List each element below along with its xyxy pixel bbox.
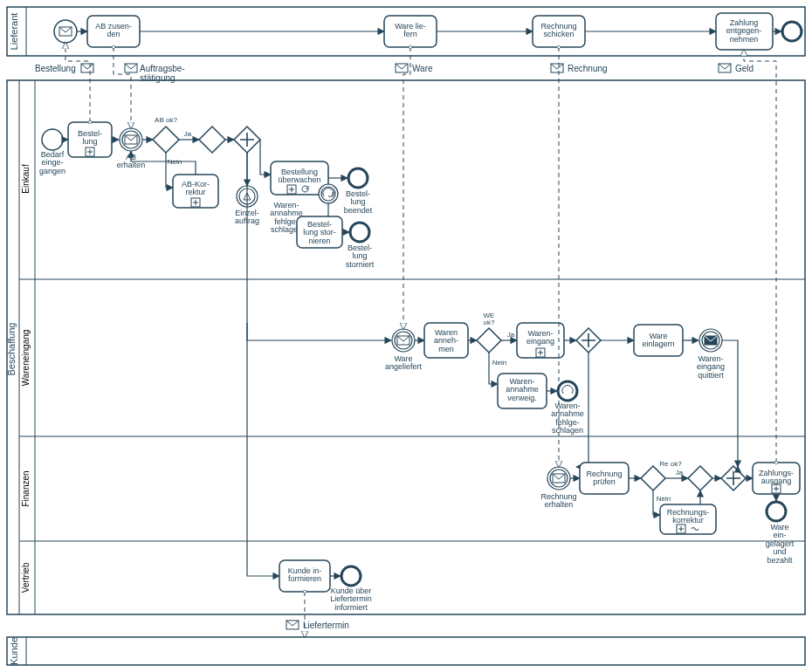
task-ab-korrektur-label: AB-Kor-rektur (182, 180, 210, 196)
event-wareneingang-quittiert[interactable] (699, 329, 722, 352)
svg-rect-48 (7, 637, 805, 665)
msgflow-bestellung (65, 43, 90, 122)
task-waren-eingang[interactable]: Waren-eingang (517, 323, 564, 358)
event-bedarf-eingegangen-label: Bedarfeinge-gangen (39, 150, 65, 175)
event-rechnung-erhalten[interactable] (547, 467, 570, 490)
task-zahlungsausgang-label: Zahlungs-ausgang (759, 469, 794, 485)
svg-point-41 (558, 381, 577, 401)
label-nein2: Nein (492, 359, 506, 367)
gateway-we-ok-label: WEok? (484, 312, 495, 326)
gateway-re-ok-label: Re ok? (659, 460, 682, 468)
gateway-we-ok[interactable] (477, 328, 501, 353)
task-bestellung-stornieren[interactable]: Bestel-lung stor-nieren (297, 216, 342, 248)
task-ab-korrektur[interactable]: AB-Kor-rektur (173, 175, 218, 208)
task-warenannahme-verweig-label: Waren-annahmeverweig. (506, 377, 539, 402)
label-nein3: Nein (657, 495, 671, 503)
svg-point-30 (321, 187, 335, 201)
envelope-icon (719, 64, 731, 72)
task-waren-annehmen[interactable]: Warenanneh-men (424, 323, 468, 358)
event-lieferant-end[interactable] (782, 22, 802, 41)
event-end-finanzen-label: Wareein-gelagertundbezahlt (766, 523, 795, 565)
task-zahlung-entgegennehmen[interactable]: Zahlungentgegen-nehmen (716, 13, 773, 50)
svg-point-6 (54, 20, 77, 43)
event-warenannahme-fehlgeschlagen2[interactable] (558, 381, 577, 401)
gateway-merge-1[interactable] (199, 127, 225, 153)
event-kunde-informiert-label: Kunde überLiefertermininformiert (330, 586, 372, 612)
label-ja2: Ja (507, 331, 515, 339)
lieferant-lane-content: AB zusen-den Ware lie-fern Rechnungschic… (54, 13, 802, 50)
msg-ware: Ware (412, 64, 433, 73)
pool-beschaffung-label: Beschaffung (6, 323, 17, 376)
task-bestellung-ueberwachen-label: Bestellungüberwachen (278, 168, 320, 184)
task-rechnung-pruefen[interactable]: Rechnungprüfen (580, 463, 629, 494)
task-kunde-informieren[interactable]: Kunde in-formieren (279, 560, 330, 592)
event-bestellung-beendet[interactable] (348, 168, 368, 188)
boundary-event-escalation[interactable] (319, 184, 338, 203)
event-end-finanzen[interactable] (767, 502, 786, 521)
svg-point-31 (348, 168, 368, 188)
lane-wareneingang-label: Wareneingang (21, 330, 31, 387)
event-bestellung-storniert[interactable] (350, 223, 369, 242)
pool-kunde: Kunde (7, 637, 805, 665)
msg-liefertermin: Liefertermin (303, 621, 349, 630)
lane-vertrieb-label: Vertrieb (21, 562, 31, 593)
gateway-parallel-split[interactable] (234, 127, 260, 153)
event-rechnung-erhalten-label: Rechnungerhalten (540, 492, 576, 509)
gateway-parallel-final[interactable] (721, 466, 746, 490)
svg-text:Zahlungentgegen-nehmen: Zahlungentgegen-nehmen (726, 18, 762, 44)
svg-text:Rechnungschicken: Rechnungschicken (540, 22, 576, 38)
msg-bestellung: Bestellung (35, 64, 76, 73)
task-rechnungskorrektur[interactable]: Rechnungs-korrektur (660, 504, 716, 534)
envelope-icon (125, 64, 137, 72)
task-zahlung-entgegennehmen-label: Zahlungentgegen-nehmen (726, 18, 762, 44)
msg-geld: Geld (735, 64, 754, 73)
task-rechnung-schicken[interactable]: Rechnungschicken (533, 16, 585, 47)
task-rechnungskorrektur-label: Rechnungs-korrektur (667, 508, 710, 525)
event-warenannahme-fehl-label: Waren-annahmefehlge-schlagen (551, 401, 584, 435)
lane-einkauf-label: Einkauf (21, 164, 31, 194)
event-ab-erhalten[interactable] (120, 128, 142, 151)
gateway-parallel-join[interactable] (576, 328, 601, 353)
task-rechnung-schicken-label: Rechnungschicken (540, 22, 576, 38)
task-ware-einlagern[interactable]: Wareeinlagern (634, 325, 683, 356)
task-waren-eingang-label: Waren-eingang (526, 329, 554, 346)
task-warenannahme-verweig[interactable]: Waren-annahmeverweig. (498, 374, 547, 408)
msg-rechnung: Rechnung (568, 64, 608, 73)
pool-lieferant-label: Lieferant (9, 13, 19, 51)
event-bestellung-storniert-label: Bestel-lungstorniert (346, 243, 375, 269)
event-ware-angeliefert[interactable] (392, 329, 415, 352)
gateway-ab-ok-label: AB ok? (155, 116, 177, 124)
event-wareneingang-quittiert-label: Waren-eingangquittiert (697, 354, 725, 380)
task-kunde-informieren-label: Kunde in-formieren (288, 566, 322, 583)
task-ware-liefern[interactable]: Ware lie-fern (384, 16, 437, 47)
pool-kunde-label: Kunde (9, 637, 19, 665)
task-zahlungsausgang[interactable]: Zahlungs-ausgang (753, 463, 800, 494)
lane-finanzen-label: Finanzen (21, 470, 31, 506)
task-bestellung[interactable]: Bestel-lung (68, 122, 112, 157)
msgflow-geld (744, 50, 776, 463)
event-ware-angeliefert-label: Wareangeliefert (385, 354, 423, 371)
envelope-icon (396, 64, 408, 72)
svg-point-21 (42, 129, 63, 150)
gateway-re-ok[interactable] (641, 466, 665, 490)
msgflow-ab (114, 47, 131, 128)
gateway-ab-ok[interactable] (153, 127, 179, 153)
envelope-icon (551, 64, 563, 72)
envelope-icon (286, 621, 299, 629)
event-kunde-informiert[interactable] (341, 566, 361, 586)
label-ja: Ja (184, 130, 192, 138)
label-ja3: Ja (676, 469, 684, 477)
gateway-merge-re[interactable] (688, 466, 712, 490)
task-ab-zusenden[interactable]: AB zusen-den (87, 16, 140, 47)
event-bedarf-eingegangen[interactable] (42, 129, 63, 150)
event-bestellung-beendet-label: Bestel-lungbeendet (344, 189, 373, 215)
msgflow-ware (403, 47, 410, 329)
envelope-icon (81, 64, 93, 72)
event-lieferant-start[interactable] (54, 20, 77, 43)
